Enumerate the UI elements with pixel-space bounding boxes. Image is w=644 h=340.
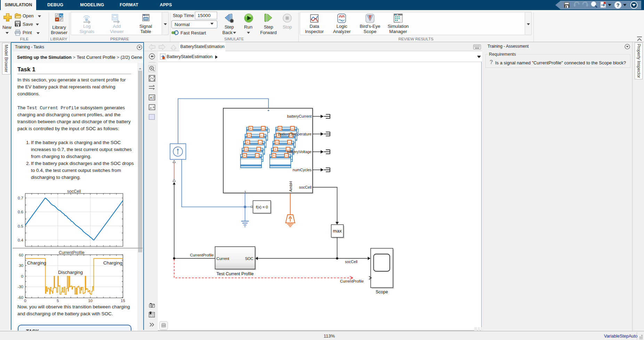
svg-text:Inspector: Inspector xyxy=(305,29,324,34)
svg-text:0.6: 0.6 xyxy=(18,210,23,214)
svg-text:batteryVoltage: batteryVoltage xyxy=(287,150,312,154)
svg-text:−: − xyxy=(256,154,258,157)
svg-text:Charging: Charging xyxy=(27,260,46,266)
svg-text:Discharging: Discharging xyxy=(58,270,83,275)
svg-text:15: 15 xyxy=(121,299,125,303)
svg-text:Bird's-Eye: Bird's-Eye xyxy=(360,24,380,29)
svg-text:Viewer: Viewer xyxy=(110,29,124,34)
svg-text:Fast Restart: Fast Restart xyxy=(180,30,206,35)
svg-text:max: max xyxy=(333,228,342,234)
svg-text:5: 5 xyxy=(57,299,59,303)
svg-text:Add: Add xyxy=(113,24,121,29)
svg-text:Stop Time: Stop Time xyxy=(173,13,194,18)
svg-text:15000: 15000 xyxy=(198,13,211,18)
svg-text:Back: Back xyxy=(223,30,233,35)
svg-text:Signal: Signal xyxy=(139,24,152,29)
svg-text:Charging: Charging xyxy=(103,260,122,266)
svg-text:batteryTemperature: batteryTemperature xyxy=(279,132,312,136)
svg-text:10: 10 xyxy=(88,299,92,303)
svg-text:Table: Table xyxy=(140,29,151,34)
svg-text:?: ? xyxy=(617,2,620,8)
svg-text:numCycles: numCycles xyxy=(293,168,312,172)
svg-text:0: 0 xyxy=(21,274,23,278)
svg-text:−: − xyxy=(261,134,263,137)
svg-text:-30: -30 xyxy=(17,285,23,289)
svg-text:+: + xyxy=(247,141,249,144)
svg-text:Forward: Forward xyxy=(260,30,277,35)
svg-text:60: 60 xyxy=(19,253,23,257)
svg-text:Current: Current xyxy=(217,256,230,261)
svg-text:+: + xyxy=(273,154,275,157)
svg-text:Data: Data xyxy=(309,24,319,29)
svg-text:Run: Run xyxy=(244,24,252,30)
svg-text:Manager: Manager xyxy=(389,29,407,34)
svg-text:A: A xyxy=(150,96,152,100)
svg-text:Scope: Scope xyxy=(376,290,388,294)
svg-text:+: + xyxy=(276,141,278,144)
svg-text:0: 0 xyxy=(24,299,26,303)
svg-text:−: − xyxy=(291,127,293,130)
svg-text:−: − xyxy=(285,154,287,157)
svg-text:socCell: socCell xyxy=(67,189,81,194)
svg-text:Logic: Logic xyxy=(336,24,347,29)
svg-text:+: + xyxy=(279,127,281,130)
svg-text:AmbH: AmbH xyxy=(289,181,293,192)
svg-text:+: + xyxy=(250,127,251,130)
svg-text:+: + xyxy=(275,148,276,151)
svg-text:−: − xyxy=(258,148,259,151)
svg-text:batteryCurrent: batteryCurrent xyxy=(287,114,312,118)
svg-text:Log: Log xyxy=(83,24,91,29)
svg-text:Scope: Scope xyxy=(364,29,377,34)
svg-text:Step: Step xyxy=(225,24,234,30)
svg-text:0.7: 0.7 xyxy=(18,196,23,200)
svg-text:+: + xyxy=(244,154,245,157)
svg-text:Signals: Signals xyxy=(80,29,95,34)
svg-text:−: − xyxy=(289,141,290,144)
svg-text:CurrentProfile: CurrentProfile xyxy=(190,253,214,257)
svg-text:f(x) = 0: f(x) = 0 xyxy=(256,205,268,209)
svg-text:socCell: socCell xyxy=(345,260,357,264)
svg-text:+: + xyxy=(248,134,250,137)
svg-text:+: + xyxy=(245,148,247,151)
svg-text:30: 30 xyxy=(19,263,23,268)
svg-text:CurrentProfile: CurrentProfile xyxy=(59,250,84,255)
svg-text:Test Current Profile: Test Current Profile xyxy=(217,271,254,276)
svg-text:Step: Step xyxy=(264,24,273,30)
svg-text:-60: -60 xyxy=(17,295,23,300)
svg-text:0.4: 0.4 xyxy=(18,238,24,242)
svg-text:Simulation: Simulation xyxy=(388,24,409,29)
svg-text:CurrentProfile: CurrentProfile xyxy=(340,279,364,283)
svg-text:−: − xyxy=(259,141,261,144)
svg-text:SOC: SOC xyxy=(245,256,253,261)
svg-text:0.5: 0.5 xyxy=(18,224,23,228)
svg-text:socCell: socCell xyxy=(299,185,312,189)
svg-text:+: + xyxy=(267,109,269,112)
svg-text:Normal: Normal xyxy=(175,22,190,27)
svg-text:−: − xyxy=(262,127,264,130)
svg-text:Stop: Stop xyxy=(283,24,292,30)
svg-text:Analyzer: Analyzer xyxy=(333,29,351,34)
